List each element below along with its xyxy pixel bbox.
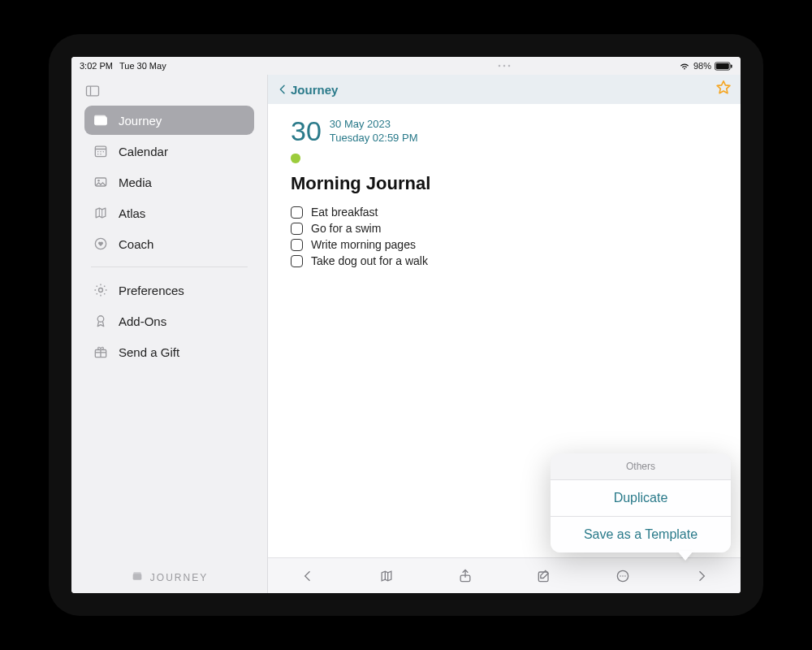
checklist-item[interactable]: Go for a swim [291, 220, 718, 236]
svg-point-20 [97, 316, 104, 323]
checkbox-icon[interactable] [291, 206, 303, 219]
toolbar-edit-button[interactable] [524, 564, 564, 588]
chevron-left-icon [300, 568, 316, 584]
calendar-icon [93, 143, 109, 159]
popover-item-save-template[interactable]: Save as a Template [551, 517, 731, 552]
toolbar-map-button[interactable] [366, 564, 407, 588]
svg-point-9 [97, 151, 99, 153]
sidebar-item-label: Atlas [119, 206, 145, 220]
map-icon [93, 205, 109, 221]
entry-date-line2: Tuesday 02:59 PM [330, 132, 418, 145]
entry-date-line1: 30 May 2023 [330, 118, 418, 131]
sidebar-item-calendar[interactable]: Calendar [84, 136, 254, 166]
chevron-left-icon [276, 83, 289, 96]
sidebar-item-coach[interactable]: Coach [84, 229, 254, 258]
gear-icon [93, 282, 109, 298]
toolbar-prev-button[interactable] [287, 564, 328, 588]
breadcrumb-label: Journey [291, 83, 338, 97]
wallet-icon [93, 112, 109, 128]
favorite-button[interactable] [715, 79, 732, 100]
svg-point-11 [103, 151, 104, 153]
brand-icon [131, 570, 144, 585]
edit-icon [536, 568, 552, 584]
checklist-item-label: Take dog out for a walk [311, 254, 428, 267]
more-dots-icon [268, 57, 741, 75]
bottom-toolbar [268, 557, 741, 593]
sidebar-toggle-icon[interactable] [84, 83, 101, 99]
checklist-item-label: Write morning pages [311, 238, 416, 251]
svg-rect-25 [133, 572, 140, 574]
sidebar-item-label: Preferences [119, 284, 184, 297]
svg-point-12 [97, 154, 99, 155]
more-circle-icon [615, 568, 631, 584]
svg-point-27 [503, 65, 506, 67]
brand-text: JOURNEY [150, 572, 208, 583]
sidebar-item-media[interactable]: Media [84, 167, 254, 197]
svg-point-26 [499, 65, 501, 67]
checkbox-icon[interactable] [291, 223, 303, 235]
svg-point-19 [99, 288, 103, 292]
breadcrumb-back[interactable]: Journey [276, 83, 338, 97]
svg-point-35 [622, 575, 624, 577]
svg-point-36 [624, 575, 626, 577]
checklist-item-label: Go for a swim [311, 222, 381, 235]
sidebar-item-label: Media [119, 176, 152, 189]
checklist-item[interactable]: Eat breakfast [291, 204, 718, 220]
sidebar: Journey Calendar Media [71, 75, 268, 593]
sidebar-nav-secondary: Preferences Add-Ons Send [78, 275, 261, 366]
checklist-item-label: Eat breakfast [311, 206, 378, 219]
sidebar-item-label: Journey [119, 114, 162, 128]
mood-icon [291, 154, 300, 163]
entry-title: Morning Journal [291, 173, 718, 194]
popover-item-duplicate[interactable]: Duplicate [551, 480, 731, 517]
heart-circle-icon [93, 236, 109, 252]
screen: 3:02 PM Tue 30 May 98% [71, 57, 741, 593]
image-icon [93, 174, 109, 190]
ribbon-icon [93, 313, 109, 329]
svg-rect-3 [87, 86, 99, 96]
sidebar-item-atlas[interactable]: Atlas [84, 198, 254, 228]
topbar: Journey [268, 75, 741, 104]
context-menu-popover: Others Duplicate Save as a Template [551, 453, 731, 552]
toolbar-more-button[interactable] [603, 564, 643, 588]
entry-day-number: 30 [291, 115, 322, 147]
svg-rect-24 [132, 574, 141, 579]
toolbar-next-button[interactable] [681, 564, 722, 588]
main-pane: Journey 30 30 May 2023 Tuesday 02:59 PM [268, 75, 741, 593]
status-date: Tue 30 May [119, 61, 166, 71]
status-time: 3:02 PM [80, 61, 113, 71]
svg-point-34 [620, 575, 621, 577]
sidebar-item-journey[interactable]: Journey [84, 106, 254, 135]
popover-header: Others [551, 453, 731, 480]
sidebar-nav-primary: Journey Calendar Media [78, 106, 261, 258]
popover-arrow [677, 551, 693, 561]
star-icon [715, 79, 732, 97]
tablet-frame: 3:02 PM Tue 30 May 98% [49, 34, 763, 616]
sidebar-item-label: Coach [119, 237, 153, 251]
svg-point-13 [100, 154, 102, 155]
svg-point-28 [508, 65, 511, 67]
checkbox-icon[interactable] [291, 239, 303, 251]
sidebar-item-label: Send a Gift [119, 345, 179, 359]
toolbar-share-button[interactable] [445, 564, 486, 588]
checklist-item[interactable]: Write morning pages [291, 236, 718, 253]
svg-point-15 [97, 180, 100, 182]
share-icon [457, 568, 473, 584]
sidebar-item-preferences[interactable]: Preferences [84, 275, 254, 305]
sidebar-footer-brand: JOURNEY [71, 561, 267, 593]
checkbox-icon[interactable] [291, 255, 303, 267]
checklist: Eat breakfast Go for a swim Write mornin… [291, 204, 718, 269]
checklist-item[interactable]: Take dog out for a walk [291, 253, 718, 269]
gift-icon [93, 344, 109, 360]
svg-point-10 [100, 151, 102, 153]
sidebar-item-label: Add-Ons [119, 314, 166, 328]
sidebar-divider [91, 266, 248, 267]
sidebar-item-addons[interactable]: Add-Ons [84, 306, 254, 336]
sidebar-item-gift[interactable]: Send a Gift [84, 337, 254, 366]
sidebar-item-label: Calendar [119, 145, 168, 158]
chevron-right-icon [693, 568, 710, 584]
map-icon [378, 568, 395, 584]
svg-rect-6 [95, 115, 106, 118]
